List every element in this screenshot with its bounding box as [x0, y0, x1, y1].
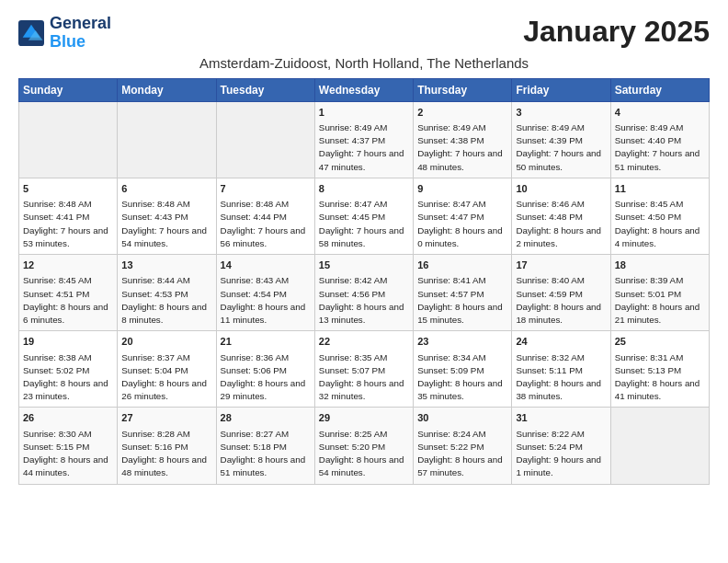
calendar-week-row: 12Sunrise: 8:45 AM Sunset: 4:51 PM Dayli…	[19, 255, 710, 331]
day-info: Sunrise: 8:39 AM Sunset: 5:01 PM Dayligh…	[615, 274, 705, 327]
weekday-header: Thursday	[414, 78, 512, 101]
day-info: Sunrise: 8:43 AM Sunset: 4:54 PM Dayligh…	[221, 274, 311, 327]
month-title: January 2025	[523, 15, 710, 49]
calendar-cell: 18Sunrise: 8:39 AM Sunset: 5:01 PM Dayli…	[610, 255, 709, 331]
calendar-cell: 25Sunrise: 8:31 AM Sunset: 5:13 PM Dayli…	[610, 331, 709, 408]
day-info: Sunrise: 8:44 AM Sunset: 4:53 PM Dayligh…	[121, 274, 211, 327]
calendar-cell: 13Sunrise: 8:44 AM Sunset: 4:53 PM Dayli…	[118, 255, 216, 331]
calendar-cell: 11Sunrise: 8:45 AM Sunset: 4:50 PM Dayli…	[610, 178, 709, 254]
weekday-header: Tuesday	[216, 78, 314, 101]
title-block: January 2025	[523, 15, 710, 49]
day-number: 6	[121, 182, 211, 196]
calendar-cell: 14Sunrise: 8:43 AM Sunset: 4:54 PM Dayli…	[216, 255, 314, 331]
calendar-cell: 21Sunrise: 8:36 AM Sunset: 5:06 PM Dayli…	[216, 331, 314, 408]
day-info: Sunrise: 8:32 AM Sunset: 5:11 PM Dayligh…	[516, 351, 606, 404]
calendar-cell: 5Sunrise: 8:48 AM Sunset: 4:41 PM Daylig…	[19, 178, 118, 254]
calendar-cell: 22Sunrise: 8:35 AM Sunset: 5:07 PM Dayli…	[314, 331, 413, 408]
day-info: Sunrise: 8:49 AM Sunset: 4:39 PM Dayligh…	[516, 121, 606, 174]
day-info: Sunrise: 8:48 AM Sunset: 4:44 PM Dayligh…	[221, 198, 311, 250]
day-info: Sunrise: 8:34 AM Sunset: 5:09 PM Dayligh…	[417, 351, 507, 404]
header: General Blue January 2025	[18, 15, 710, 52]
weekday-header: Wednesday	[314, 78, 413, 101]
calendar-week-row: 1Sunrise: 8:49 AM Sunset: 4:37 PM Daylig…	[19, 101, 710, 178]
day-number: 1	[319, 106, 409, 120]
weekday-header-row: SundayMondayTuesdayWednesdayThursdayFrid…	[19, 78, 710, 101]
calendar-cell: 30Sunrise: 8:24 AM Sunset: 5:22 PM Dayli…	[414, 408, 512, 484]
day-number: 2	[417, 106, 507, 120]
calendar-week-row: 26Sunrise: 8:30 AM Sunset: 5:15 PM Dayli…	[19, 408, 710, 484]
logo-icon	[18, 20, 44, 46]
day-info: Sunrise: 8:40 AM Sunset: 4:59 PM Dayligh…	[516, 274, 606, 327]
calendar-cell: 20Sunrise: 8:37 AM Sunset: 5:04 PM Dayli…	[118, 331, 216, 408]
day-info: Sunrise: 8:35 AM Sunset: 5:07 PM Dayligh…	[319, 351, 409, 404]
calendar-cell: 28Sunrise: 8:27 AM Sunset: 5:18 PM Dayli…	[216, 408, 314, 484]
calendar-cell: 29Sunrise: 8:25 AM Sunset: 5:20 PM Dayli…	[314, 408, 413, 484]
day-number: 8	[319, 182, 409, 196]
day-number: 15	[319, 259, 409, 272]
day-info: Sunrise: 8:25 AM Sunset: 5:20 PM Dayligh…	[319, 428, 409, 480]
day-info: Sunrise: 8:42 AM Sunset: 4:56 PM Dayligh…	[319, 274, 409, 327]
calendar-cell: 23Sunrise: 8:34 AM Sunset: 5:09 PM Dayli…	[414, 331, 512, 408]
day-info: Sunrise: 8:48 AM Sunset: 4:41 PM Dayligh…	[23, 198, 113, 250]
calendar-cell: 19Sunrise: 8:38 AM Sunset: 5:02 PM Dayli…	[19, 331, 118, 408]
calendar-week-row: 5Sunrise: 8:48 AM Sunset: 4:41 PM Daylig…	[19, 178, 710, 254]
day-number: 30	[417, 411, 507, 425]
day-number: 10	[516, 182, 606, 196]
day-info: Sunrise: 8:24 AM Sunset: 5:22 PM Dayligh…	[417, 428, 507, 480]
day-number: 7	[221, 182, 311, 196]
day-number: 12	[23, 259, 113, 272]
day-number: 11	[615, 182, 705, 196]
day-info: Sunrise: 8:49 AM Sunset: 4:37 PM Dayligh…	[319, 121, 409, 174]
day-number: 21	[221, 335, 311, 349]
day-info: Sunrise: 8:30 AM Sunset: 5:15 PM Dayligh…	[23, 428, 113, 480]
day-info: Sunrise: 8:45 AM Sunset: 4:51 PM Dayligh…	[23, 274, 113, 327]
calendar-table: SundayMondayTuesdayWednesdayThursdayFrid…	[18, 78, 710, 485]
day-number: 19	[23, 335, 113, 349]
day-info: Sunrise: 8:48 AM Sunset: 4:43 PM Dayligh…	[121, 198, 211, 250]
day-info: Sunrise: 8:49 AM Sunset: 4:40 PM Dayligh…	[615, 121, 705, 174]
day-number: 26	[23, 411, 113, 425]
calendar-cell: 6Sunrise: 8:48 AM Sunset: 4:43 PM Daylig…	[118, 178, 216, 254]
calendar-cell: 31Sunrise: 8:22 AM Sunset: 5:24 PM Dayli…	[512, 408, 610, 484]
calendar-cell: 15Sunrise: 8:42 AM Sunset: 4:56 PM Dayli…	[314, 255, 413, 331]
calendar-cell: 1Sunrise: 8:49 AM Sunset: 4:37 PM Daylig…	[314, 101, 413, 178]
day-info: Sunrise: 8:47 AM Sunset: 4:45 PM Dayligh…	[319, 198, 409, 250]
day-number: 3	[516, 106, 606, 120]
day-number: 14	[221, 259, 311, 272]
weekday-header: Saturday	[610, 78, 709, 101]
day-number: 17	[516, 259, 606, 272]
calendar-cell: 7Sunrise: 8:48 AM Sunset: 4:44 PM Daylig…	[216, 178, 314, 254]
calendar-cell	[118, 101, 216, 178]
calendar-cell: 4Sunrise: 8:49 AM Sunset: 4:40 PM Daylig…	[610, 101, 709, 178]
day-info: Sunrise: 8:41 AM Sunset: 4:57 PM Dayligh…	[417, 274, 507, 327]
logo: General Blue	[18, 15, 111, 52]
calendar-cell: 16Sunrise: 8:41 AM Sunset: 4:57 PM Dayli…	[414, 255, 512, 331]
logo-line1: General	[50, 15, 111, 33]
calendar-cell	[610, 408, 709, 484]
day-info: Sunrise: 8:45 AM Sunset: 4:50 PM Dayligh…	[615, 198, 705, 250]
weekday-header: Monday	[118, 78, 216, 101]
calendar-cell: 2Sunrise: 8:49 AM Sunset: 4:38 PM Daylig…	[414, 101, 512, 178]
calendar-cell: 24Sunrise: 8:32 AM Sunset: 5:11 PM Dayli…	[512, 331, 610, 408]
day-info: Sunrise: 8:46 AM Sunset: 4:48 PM Dayligh…	[516, 198, 606, 250]
logo-line2: Blue	[50, 33, 111, 52]
day-info: Sunrise: 8:38 AM Sunset: 5:02 PM Dayligh…	[23, 351, 113, 404]
day-number: 23	[417, 335, 507, 349]
day-number: 4	[615, 106, 705, 120]
subtitle: Amsterdam-Zuidoost, North Holland, The N…	[18, 55, 710, 71]
day-number: 16	[417, 259, 507, 272]
weekday-header: Friday	[512, 78, 610, 101]
day-info: Sunrise: 8:37 AM Sunset: 5:04 PM Dayligh…	[121, 351, 211, 404]
calendar-cell	[216, 101, 314, 178]
day-number: 27	[121, 411, 211, 425]
day-number: 28	[221, 411, 311, 425]
day-number: 22	[319, 335, 409, 349]
day-info: Sunrise: 8:22 AM Sunset: 5:24 PM Dayligh…	[516, 428, 606, 480]
logo-text: General Blue	[50, 15, 111, 52]
day-number: 25	[615, 335, 705, 349]
calendar-cell: 10Sunrise: 8:46 AM Sunset: 4:48 PM Dayli…	[512, 178, 610, 254]
day-info: Sunrise: 8:49 AM Sunset: 4:38 PM Dayligh…	[417, 121, 507, 174]
calendar-cell: 12Sunrise: 8:45 AM Sunset: 4:51 PM Dayli…	[19, 255, 118, 331]
day-number: 13	[121, 259, 211, 272]
day-info: Sunrise: 8:28 AM Sunset: 5:16 PM Dayligh…	[121, 428, 211, 480]
